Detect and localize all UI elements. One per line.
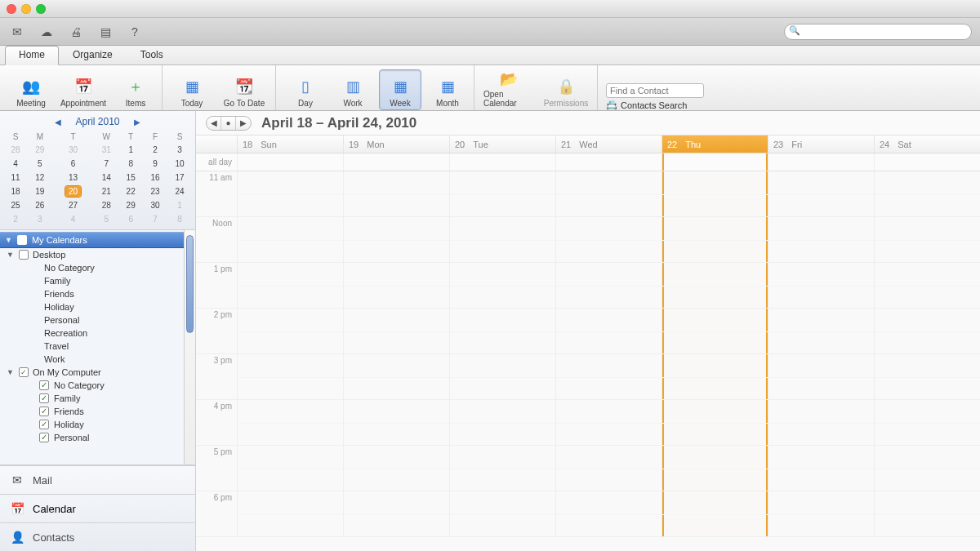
- calendar-item[interactable]: Holiday: [0, 300, 184, 313]
- time-cell[interactable]: [662, 217, 768, 262]
- allday-cell[interactable]: [662, 153, 768, 171]
- time-cell[interactable]: [449, 171, 555, 216]
- minical-day[interactable]: 25: [3, 198, 28, 212]
- calendar-item[interactable]: Friends: [0, 287, 184, 300]
- calendar-item[interactable]: ✓No Category: [0, 379, 184, 392]
- prev-week-button[interactable]: ◀: [207, 117, 221, 130]
- my-calendars-header[interactable]: ▼My Calendars: [0, 232, 184, 248]
- time-cell[interactable]: [237, 263, 343, 308]
- time-cell[interactable]: [874, 309, 980, 353]
- time-cell[interactable]: [343, 400, 449, 445]
- allday-cell[interactable]: [555, 153, 662, 171]
- minical-day[interactable]: 11: [3, 171, 28, 184]
- time-cell[interactable]: [768, 446, 874, 491]
- minical-day[interactable]: 23: [143, 184, 167, 198]
- minical-day[interactable]: 6: [118, 212, 143, 226]
- allday-cell[interactable]: [343, 153, 449, 171]
- items-button[interactable]: ＋Items: [114, 69, 157, 110]
- minical-day[interactable]: 31: [94, 143, 118, 157]
- minical-day[interactable]: 29: [28, 143, 52, 157]
- day-header[interactable]: 24Sat: [874, 136, 980, 153]
- minical-day[interactable]: 18: [3, 184, 28, 198]
- time-cell[interactable]: [874, 491, 980, 536]
- time-cell[interactable]: [662, 446, 768, 491]
- allday-cell[interactable]: [874, 153, 980, 171]
- minical-day[interactable]: 17: [167, 171, 192, 184]
- minical-day[interactable]: 27: [52, 198, 94, 212]
- today-button[interactable]: ▦Today: [171, 69, 213, 110]
- minical-day[interactable]: 10: [167, 157, 192, 171]
- calendar-item[interactable]: ✓Friends: [0, 405, 184, 418]
- calendar-item[interactable]: ✓Family: [0, 392, 184, 405]
- time-cell[interactable]: [555, 354, 662, 399]
- calendar-checkbox[interactable]: ✓: [39, 393, 49, 403]
- minical-day[interactable]: 30: [143, 198, 167, 212]
- tree-scrollbar[interactable]: [184, 230, 195, 464]
- time-cell[interactable]: [768, 309, 874, 353]
- time-cell[interactable]: [555, 491, 662, 536]
- time-cell[interactable]: [662, 400, 768, 445]
- nav-calendar[interactable]: 📅Calendar: [0, 494, 195, 522]
- week-view-button[interactable]: ▦Week: [379, 69, 421, 110]
- time-cell[interactable]: [237, 491, 343, 536]
- day-header[interactable]: 20Tue: [449, 136, 555, 153]
- search-input[interactable]: [784, 24, 972, 40]
- minimize-window-button[interactable]: [21, 4, 31, 14]
- day-view-button[interactable]: ▯Day: [284, 69, 327, 110]
- time-cell[interactable]: [555, 446, 662, 491]
- time-cell[interactable]: [662, 309, 768, 353]
- time-cell[interactable]: [555, 171, 662, 216]
- calendar-item[interactable]: Family: [0, 274, 184, 287]
- time-cell[interactable]: [237, 309, 343, 353]
- tab-home[interactable]: Home: [5, 46, 59, 65]
- minical-day[interactable]: 16: [143, 171, 167, 184]
- time-cell[interactable]: [874, 263, 980, 308]
- minical-day[interactable]: 1: [167, 198, 192, 212]
- minical-day[interactable]: 7: [94, 157, 118, 171]
- time-cell[interactable]: [449, 491, 555, 536]
- time-cell[interactable]: [555, 400, 662, 445]
- calendar-item[interactable]: Work: [0, 353, 184, 366]
- time-cell[interactable]: [449, 354, 555, 399]
- calendar-item[interactable]: ✓Holiday: [0, 418, 184, 431]
- minical-day[interactable]: 3: [28, 212, 52, 226]
- send-receive-icon[interactable]: ✉︎: [8, 23, 26, 41]
- calendar-item[interactable]: ✓Personal: [0, 431, 184, 444]
- time-cell[interactable]: [768, 217, 874, 262]
- day-header[interactable]: 21Wed: [555, 136, 662, 153]
- time-cell[interactable]: [874, 446, 980, 491]
- tab-tools[interactable]: Tools: [127, 46, 177, 64]
- calendar-item[interactable]: Personal: [0, 313, 184, 327]
- time-cell[interactable]: [343, 491, 449, 536]
- help-icon[interactable]: ?: [126, 23, 144, 41]
- tab-organize[interactable]: Organize: [59, 46, 127, 64]
- minical-day[interactable]: 28: [94, 198, 118, 212]
- minical-day[interactable]: 2: [143, 143, 167, 157]
- minical-day[interactable]: 1: [118, 143, 143, 157]
- minical-prev-button[interactable]: ◀: [52, 118, 64, 127]
- time-cell[interactable]: [768, 354, 874, 399]
- time-cell[interactable]: [343, 309, 449, 353]
- minical-day[interactable]: 5: [94, 212, 118, 226]
- computer-node[interactable]: ▼✓On My Computer: [0, 366, 184, 379]
- time-cell[interactable]: [237, 446, 343, 491]
- minical-day[interactable]: 2: [3, 212, 28, 226]
- computer-checkbox[interactable]: ✓: [19, 367, 29, 377]
- print-icon[interactable]: 🖨︎: [67, 23, 85, 41]
- find-contact-input[interactable]: [606, 83, 704, 98]
- time-cell[interactable]: [343, 171, 449, 216]
- minical-grid[interactable]: SMTWTFS 28293031123456789101112131415161…: [3, 131, 192, 226]
- next-week-button[interactable]: ▶: [236, 117, 251, 130]
- minical-day[interactable]: 4: [52, 212, 94, 226]
- toolbox-icon[interactable]: ▤: [96, 23, 114, 41]
- scrollbar-thumb[interactable]: [186, 235, 194, 333]
- desktop-node[interactable]: ▼Desktop: [0, 248, 184, 261]
- open-calendar-button[interactable]: 📂Open Calendar: [483, 69, 535, 110]
- minical-day[interactable]: 15: [118, 171, 143, 184]
- minical-day[interactable]: 21: [94, 184, 118, 198]
- time-cell[interactable]: [237, 217, 343, 262]
- time-cell[interactable]: [343, 446, 449, 491]
- time-cell[interactable]: [874, 400, 980, 445]
- day-header[interactable]: 18Sun: [237, 136, 343, 153]
- time-cell[interactable]: [237, 354, 343, 399]
